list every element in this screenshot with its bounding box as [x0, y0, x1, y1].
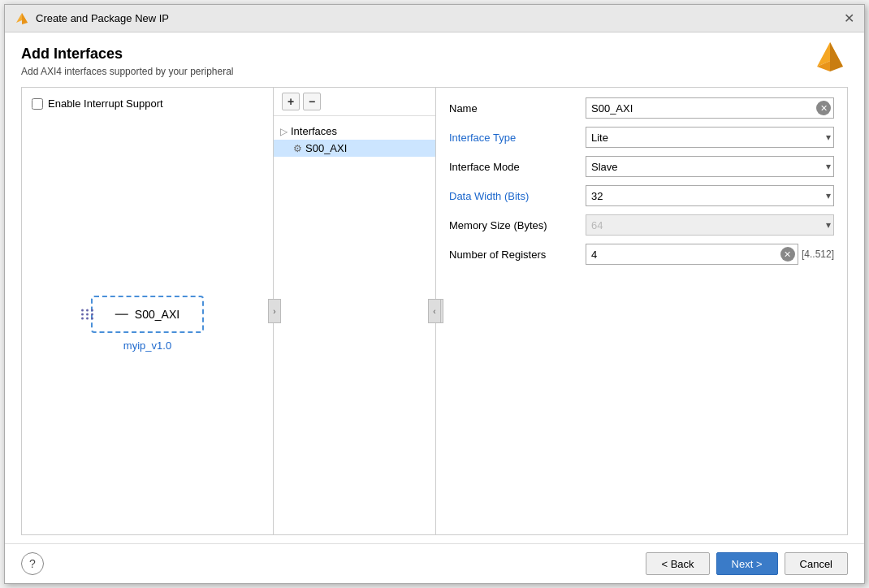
interfaces-folder-label: Interfaces: [291, 125, 337, 137]
data-width-select[interactable]: 32 64 128 256 512: [586, 185, 834, 206]
name-clear-button[interactable]: ✕: [816, 101, 831, 115]
main-dialog: Create and Package New IP ✕ Add Interfac…: [4, 4, 865, 584]
left-panel: Enable Interrupt Support: [22, 88, 274, 534]
page-title: Add Interfaces: [21, 45, 848, 63]
interface-type-row: Interface Type Lite Full Stream ▾: [449, 127, 834, 148]
ip-box-wrapper: — S00_AXI myip_v1.0: [91, 296, 204, 352]
interface-type-label: Interface Type: [449, 132, 579, 144]
footer-left: ?: [21, 552, 44, 575]
title-bar-left: Create and Package New IP: [15, 11, 169, 26]
name-row: Name ✕: [449, 97, 834, 119]
num-registers-range: [4..512]: [802, 249, 834, 260]
ip-component-label: myip_v1.0: [123, 339, 171, 352]
interface-type-select[interactable]: Lite Full Stream: [586, 127, 834, 148]
page-subtitle: Add AXI4 interfaces supported by your pe…: [21, 66, 848, 77]
memory-size-select: 64: [586, 214, 834, 236]
data-width-select-wrapper[interactable]: 32 64 128 256 512 ▾: [586, 185, 834, 206]
interface-mode-select[interactable]: Slave Master: [586, 156, 834, 177]
vivado-logo: [812, 39, 848, 75]
interface-tree-item[interactable]: ⚙ S00_AXI: [274, 140, 435, 157]
interface-item-icon: ⚙: [293, 143, 302, 154]
svg-marker-1: [22, 13, 28, 24]
folder-icon: ▷: [280, 126, 288, 137]
remove-interface-button[interactable]: −: [303, 93, 321, 110]
num-registers-row: Number of Registers ✕ [4..512]: [449, 244, 834, 265]
memory-size-label: Memory Size (Bytes): [449, 219, 579, 231]
memory-size-row: Memory Size (Bytes) 64 ▾: [449, 214, 834, 236]
footer-right: < Back Next > Cancel: [646, 552, 848, 575]
help-button[interactable]: ?: [21, 552, 44, 575]
next-button[interactable]: Next >: [716, 552, 778, 575]
right-panel: ‹ Name ✕ Interface Type Lite Full: [436, 88, 847, 534]
ip-diagram: — S00_AXI myip_v1.0: [32, 123, 263, 525]
ip-box: — S00_AXI: [91, 296, 204, 333]
interrupt-checkbox[interactable]: [32, 98, 43, 110]
interfaces-folder: ▷ Interfaces: [274, 123, 435, 140]
interrupt-check-row[interactable]: Enable Interrupt Support: [32, 97, 263, 110]
middle-panel: + − ▷ Interfaces ⚙ S00_AXI ›: [274, 88, 436, 534]
name-label: Name: [449, 102, 579, 115]
right-panel-collapse-arrow[interactable]: ‹: [428, 299, 441, 323]
interface-type-select-wrapper[interactable]: Lite Full Stream ▾: [586, 127, 834, 148]
add-interface-button[interactable]: +: [282, 93, 300, 110]
cancel-button[interactable]: Cancel: [785, 552, 848, 575]
interface-mode-select-wrapper[interactable]: Slave Master ▾: [586, 156, 834, 177]
interface-mode-row: Interface Mode Slave Master ▾: [449, 156, 834, 177]
page-header: Add Interfaces Add AXI4 interfaces suppo…: [21, 45, 848, 77]
memory-size-select-wrapper: 64 ▾: [586, 214, 834, 236]
num-registers-clear-button[interactable]: ✕: [780, 247, 795, 262]
main-content: Enable Interrupt Support: [21, 87, 848, 535]
back-button[interactable]: < Back: [646, 552, 709, 575]
interface-mode-label: Interface Mode: [449, 161, 579, 173]
data-width-label: Data Width (Bits): [449, 190, 579, 202]
num-registers-input-wrapper: ✕ [4..512]: [586, 244, 834, 265]
num-registers-field[interactable]: ✕: [586, 244, 798, 265]
num-registers-input[interactable]: [586, 247, 780, 262]
app-icon: [15, 11, 29, 26]
title-bar: Create and Package New IP ✕: [5, 5, 864, 32]
num-registers-label: Number of Registers: [449, 249, 579, 261]
close-button[interactable]: ✕: [844, 12, 854, 25]
ip-interface-name: S00_AXI: [135, 308, 179, 321]
left-panel-collapse-arrow[interactable]: ›: [268, 299, 281, 323]
dialog-body: Add Interfaces Add AXI4 interfaces suppo…: [5, 32, 864, 543]
middle-toolbar: + −: [274, 88, 435, 116]
name-input[interactable]: [586, 101, 816, 116]
ip-box-dots: [81, 309, 94, 320]
interface-item-label: S00_AXI: [305, 142, 347, 154]
ip-interface-minus: —: [115, 307, 128, 322]
dialog-footer: ? < Back Next > Cancel: [5, 543, 864, 583]
name-input-wrapper[interactable]: ✕: [586, 97, 834, 119]
dialog-title: Create and Package New IP: [36, 12, 169, 24]
header-area: Add Interfaces Add AXI4 interfaces suppo…: [21, 45, 848, 87]
data-width-row: Data Width (Bits) 32 64 128 256 512 ▾: [449, 185, 834, 206]
interrupt-label: Enable Interrupt Support: [48, 97, 163, 110]
svg-marker-3: [830, 42, 843, 71]
interface-tree: ▷ Interfaces ⚙ S00_AXI: [274, 116, 435, 534]
